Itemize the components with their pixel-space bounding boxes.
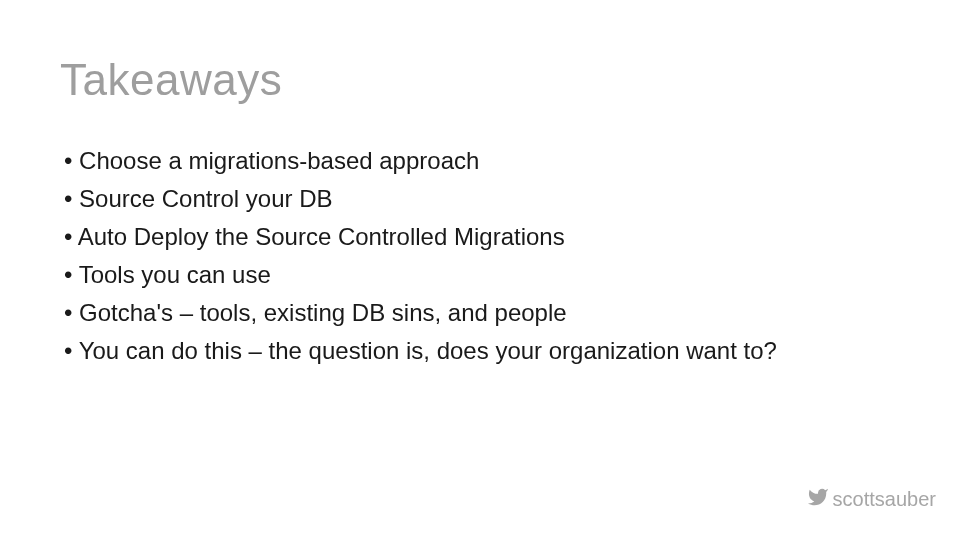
list-item: Auto Deploy the Source Controlled Migrat… <box>64 219 900 255</box>
footer: scottsauber <box>807 486 936 512</box>
list-item: Tools you can use <box>64 257 900 293</box>
slide: Takeaways Choose a migrations-based appr… <box>0 0 960 540</box>
list-item: Source Control your DB <box>64 181 900 217</box>
list-item: Gotcha's – tools, existing DB sins, and … <box>64 295 900 331</box>
list-item: Choose a migrations-based approach <box>64 143 900 179</box>
slide-title: Takeaways <box>60 55 900 105</box>
twitter-icon <box>807 486 829 512</box>
twitter-handle: scottsauber <box>833 488 936 511</box>
bullet-list: Choose a migrations-based approach Sourc… <box>60 143 900 369</box>
list-item: You can do this – the question is, does … <box>64 333 900 369</box>
